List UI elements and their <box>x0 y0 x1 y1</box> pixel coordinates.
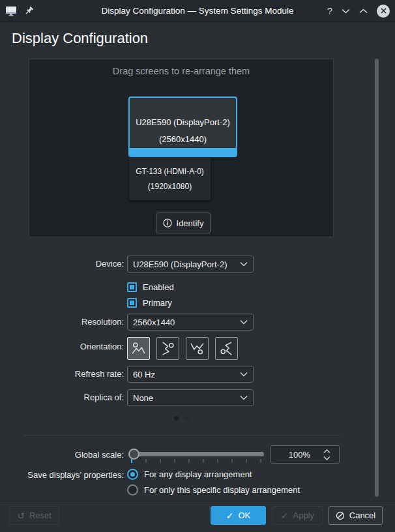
button-bar: ↺ Reset ✓ OK ✓ Apply Cancel <box>0 501 395 532</box>
radio-specific-arrangement[interactable]: For only this specific display arrangeme… <box>127 484 300 495</box>
global-scale-slider-handle[interactable] <box>128 449 139 460</box>
replica-of-value: None <box>133 393 153 403</box>
primary-checkbox[interactable]: Primary <box>127 297 172 308</box>
radio-any-arrangement[interactable]: For any display arrangement <box>127 468 252 480</box>
refresh-rate-label: Refresh rate: <box>0 369 124 379</box>
screen-box-secondary[interactable]: GT-133 (HDMI-A-0) (1920x1080) <box>129 157 211 200</box>
device-label: Device: <box>0 259 124 269</box>
checkbox-checked-icon <box>127 298 137 308</box>
portrait-flipped-icon <box>219 341 234 356</box>
landscape-icon <box>131 341 146 356</box>
enabled-checkbox[interactable]: Enabled <box>127 282 174 292</box>
page-dot[interactable] <box>184 416 189 421</box>
ok-label: OK <box>238 510 250 520</box>
apply-button[interactable]: ✓ Apply <box>272 506 323 525</box>
page-title: Display Configuration <box>12 30 148 47</box>
vertical-scrollbar[interactable] <box>375 59 379 497</box>
spin-up-icon[interactable] <box>323 449 330 454</box>
spin-down-icon[interactable] <box>323 456 330 460</box>
screen-arrangement-canvas: Drag screens to re-arrange them U28E590 … <box>29 59 334 237</box>
landscape-flipped-icon <box>190 341 205 356</box>
global-scale-label: Global scale: <box>0 450 124 460</box>
device-value: U28E590 (DisplayPort-2) <box>133 259 227 269</box>
panel-strip <box>130 148 236 156</box>
orientation-landscape-flipped-button[interactable] <box>186 337 209 360</box>
orientation-label: Orientation: <box>0 342 124 351</box>
undo-icon: ↺ <box>17 510 25 521</box>
resolution-value: 2560x1440 <box>133 318 175 327</box>
primary-label: Primary <box>143 298 172 308</box>
radio-label: For any display arrangement <box>144 469 252 479</box>
ok-button[interactable]: ✓ OK <box>211 506 266 525</box>
global-scale-value: 100% <box>271 450 318 460</box>
checkbox-checked-icon <box>127 282 137 292</box>
apply-label: Apply <box>293 510 315 520</box>
screen-name: GT-133 (HDMI-A-0) <box>129 164 211 179</box>
cancel-button[interactable]: Cancel <box>329 506 383 525</box>
radio-selected-icon <box>127 469 138 480</box>
radio-label: For only this specific display arrangeme… <box>144 485 300 495</box>
device-dropdown[interactable]: U28E590 (DisplayPort-2) <box>127 256 254 273</box>
enabled-label: Enabled <box>143 282 174 292</box>
save-properties-label: Save displays' properties: <box>0 470 124 480</box>
resolution-dropdown[interactable]: 2560x1440 <box>127 314 254 331</box>
screen-resolution: (2560x1440) <box>130 131 236 148</box>
chevron-down-icon <box>240 372 248 377</box>
reset-button[interactable]: ↺ Reset <box>9 506 59 525</box>
replica-of-dropdown[interactable]: None <box>127 389 254 406</box>
chevron-down-icon <box>240 395 248 400</box>
global-scale-spinbox[interactable]: 100% <box>271 445 340 464</box>
drag-hint: Drag screens to re-arrange them <box>29 66 333 76</box>
orientation-portrait-button[interactable] <box>156 337 179 360</box>
cancel-label: Cancel <box>349 510 375 520</box>
reset-label: Reset <box>29 510 51 520</box>
replica-of-label: Replica of: <box>0 392 124 402</box>
screen-name: U28E590 (DisplayPort-2) <box>130 114 236 131</box>
titlebar: Display Configuration — System Settings … <box>0 0 395 22</box>
shade-icon[interactable] <box>342 8 350 14</box>
refresh-rate-dropdown[interactable]: 60 Hz <box>127 366 254 383</box>
radio-unselected-icon <box>127 484 138 495</box>
refresh-rate-value: 60 Hz <box>133 370 155 379</box>
page-indicator <box>174 416 189 421</box>
orientation-portrait-flipped-button[interactable] <box>215 337 238 360</box>
check-icon: ✓ <box>226 510 234 521</box>
help-icon[interactable]: ? <box>327 5 332 16</box>
screen-box-primary[interactable]: U28E590 (DisplayPort-2) (2560x1440) <box>128 96 237 157</box>
prohibit-icon <box>336 511 345 520</box>
separator <box>23 435 340 436</box>
orientation-landscape-button[interactable] <box>127 337 150 360</box>
monitor-icon[interactable] <box>5 6 17 16</box>
global-scale-slider-track[interactable] <box>128 452 264 456</box>
chevron-down-icon <box>240 261 248 267</box>
slider-ticks <box>131 459 261 463</box>
close-icon[interactable] <box>377 5 390 18</box>
page-dot-active[interactable] <box>174 416 179 421</box>
resolution-label: Resolution: <box>0 317 124 327</box>
identify-label: Identify <box>177 218 204 228</box>
info-icon <box>163 218 172 228</box>
chevron-down-icon <box>240 319 248 325</box>
maximize-icon[interactable] <box>359 8 368 14</box>
pin-icon[interactable] <box>23 6 34 16</box>
check-icon: ✓ <box>281 510 289 521</box>
portrait-icon <box>160 341 175 356</box>
identify-button[interactable]: Identify <box>156 213 211 233</box>
screen-resolution: (1920x1080) <box>129 179 211 194</box>
